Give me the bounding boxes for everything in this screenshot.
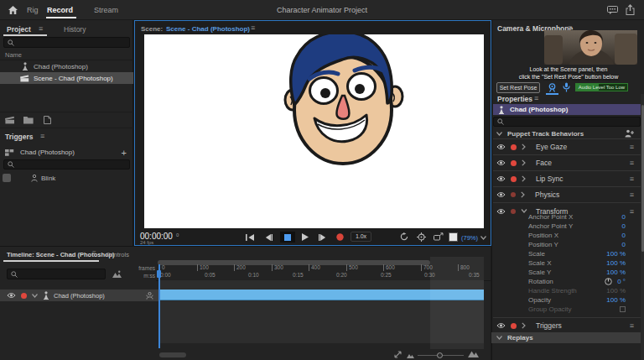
behaviors-section-header[interactable]: Puppet Track Behaviors	[493, 128, 641, 139]
timeline-panel-menu-icon[interactable]: ≡	[92, 250, 96, 257]
visibility-eye-icon[interactable]	[496, 143, 506, 150]
behavior-row-triggers[interactable]: Triggers ≡	[493, 317, 641, 333]
property-value[interactable]: 0	[622, 213, 626, 221]
arm-for-record-dot[interactable]	[511, 323, 517, 329]
zoom-dropdown-chevron-icon[interactable]	[480, 236, 486, 240]
rest-pose-icon[interactable]	[146, 292, 153, 300]
timeline-snap-icon[interactable]	[112, 270, 122, 278]
zoom-out-mountain-icon[interactable]	[407, 353, 414, 358]
section-collapse-chevron-icon[interactable]	[496, 132, 502, 136]
fit-timeline-icon[interactable]	[394, 351, 402, 358]
scene-panel-menu-icon[interactable]: ≡	[251, 24, 255, 31]
property-value[interactable]: 0 °	[617, 278, 626, 285]
tab-stream[interactable]: Stream	[94, 6, 118, 14]
add-behavior-icon[interactable]	[625, 129, 634, 138]
camera-reset-icon[interactable]	[417, 232, 426, 242]
visibility-eye-icon[interactable]	[496, 159, 506, 166]
timeline-zoom-slider-knob[interactable]	[437, 352, 443, 358]
play-button[interactable]	[302, 233, 309, 241]
visibility-eye-icon[interactable]	[7, 292, 16, 299]
properties-search-input[interactable]	[493, 117, 641, 127]
arm-for-record-dot[interactable]	[511, 144, 517, 150]
arm-for-record-dot[interactable]	[511, 192, 516, 197]
property-value[interactable]: 0	[622, 222, 626, 230]
rotation-dial-icon[interactable]	[605, 278, 612, 285]
timeline-search-input[interactable]	[7, 269, 106, 279]
tab-timeline[interactable]: Timeline: Scene - Chad (Photoshop)	[7, 251, 115, 258]
microphone-toggle-icon[interactable]	[563, 82, 570, 92]
snapshot-icon[interactable]	[434, 232, 444, 241]
scene-stage[interactable]	[144, 34, 484, 228]
share-icon[interactable]	[626, 4, 635, 15]
tab-record[interactable]: Record	[47, 6, 73, 14]
step-back-button[interactable]	[265, 234, 273, 241]
properties-scrollbar-thumb[interactable]	[641, 105, 644, 252]
property-value[interactable]: 100 %	[606, 259, 626, 267]
triggers-search-input[interactable]	[3, 159, 130, 170]
shortcut-key-badge[interactable]	[3, 174, 11, 182]
tab-history[interactable]: History	[64, 25, 86, 34]
record-button[interactable]	[336, 233, 344, 241]
arm-for-record-dot[interactable]	[511, 176, 517, 182]
group-opacity-checkbox[interactable]	[620, 306, 626, 312]
comments-icon[interactable]	[607, 6, 618, 14]
project-item-scene[interactable]: Scene - Chad (Photoshop)	[0, 72, 133, 84]
property-value[interactable]: 0	[622, 241, 626, 248]
camera-toggle-icon[interactable]	[548, 83, 557, 92]
behavior-row-face[interactable]: Face ≡	[493, 155, 641, 171]
tab-rig[interactable]: Rig	[27, 6, 39, 14]
trigger-row-blink[interactable]: Blink	[0, 172, 133, 184]
add-trigger-button[interactable]: +	[122, 148, 127, 158]
section-collapse-chevron-icon[interactable]	[496, 336, 502, 340]
horizontal-scrollbar-thumb[interactable]	[159, 352, 186, 357]
new-folder-icon[interactable]	[23, 116, 34, 124]
behavior-menu-icon[interactable]: ≡	[630, 175, 634, 182]
properties-panel-menu-icon[interactable]: ≡	[534, 95, 538, 102]
project-search-input[interactable]	[3, 37, 130, 48]
behavior-row-lip-sync[interactable]: Lip Sync ≡	[493, 171, 641, 187]
replays-section-header[interactable]: Replays	[491, 332, 641, 343]
expand-chevron-icon[interactable]	[522, 159, 526, 166]
arm-for-record-dot[interactable]	[511, 160, 517, 166]
property-value[interactable]: 100 %	[606, 269, 626, 276]
puppet-character-chad[interactable]	[144, 34, 484, 228]
visibility-eye-icon[interactable]	[496, 322, 506, 329]
behavior-menu-icon[interactable]: ≡	[630, 159, 634, 166]
property-value[interactable]: 100 %	[606, 296, 626, 304]
webcam-preview[interactable]	[544, 30, 637, 65]
stop-button[interactable]	[280, 232, 295, 243]
loop-playback-icon[interactable]	[400, 232, 408, 241]
behavior-row-eye-gaze[interactable]: Eye Gaze ≡	[493, 139, 641, 155]
arm-for-record-dot[interactable]	[21, 293, 27, 299]
new-item-icon[interactable]	[44, 116, 51, 124]
home-icon[interactable]	[8, 6, 18, 14]
background-color-swatch[interactable]	[449, 232, 458, 242]
scene-header-title[interactable]: Scene - Chad (Photoshop)	[166, 25, 250, 33]
tab-controls[interactable]: Controls	[106, 251, 129, 258]
zoom-level-value[interactable]: (79%)	[461, 234, 478, 242]
behavior-menu-icon[interactable]: ≡	[630, 322, 634, 329]
expand-chevron-icon[interactable]	[521, 191, 525, 198]
visibility-eye-icon[interactable]	[496, 191, 506, 198]
properties-scrollbar-track[interactable]	[641, 94, 644, 360]
expand-chevron-icon[interactable]	[522, 143, 526, 150]
track-header-row[interactable]: Chad (Photoshop)	[0, 290, 158, 301]
step-forward-button[interactable]	[319, 234, 326, 241]
set-rest-pose-button[interactable]: Set Rest Pose	[496, 82, 540, 93]
behavior-row-physics[interactable]: Physics ≡	[493, 187, 641, 203]
property-value[interactable]: 100 %	[606, 250, 626, 258]
project-panel-menu-icon[interactable]: ≡	[39, 25, 43, 32]
zoom-in-mountain-icon[interactable]	[468, 350, 479, 357]
behavior-menu-icon[interactable]: ≡	[630, 143, 634, 150]
tab-project[interactable]: Project	[7, 25, 31, 34]
trigger-set-row[interactable]: Chad (Photoshop) +	[0, 146, 133, 159]
project-item-puppet[interactable]: Chad (Photoshop)	[0, 60, 133, 72]
collapse-chevron-icon[interactable]	[32, 294, 38, 298]
name-column-header[interactable]: Name	[5, 51, 22, 59]
expand-chevron-icon[interactable]	[522, 175, 526, 182]
new-scene-icon[interactable]	[5, 116, 15, 124]
expand-chevron-icon[interactable]	[522, 322, 526, 329]
triggers-panel-menu-icon[interactable]: ≡	[40, 133, 44, 139]
behavior-menu-icon[interactable]: ≡	[630, 191, 634, 198]
go-to-start-button[interactable]	[246, 234, 254, 241]
